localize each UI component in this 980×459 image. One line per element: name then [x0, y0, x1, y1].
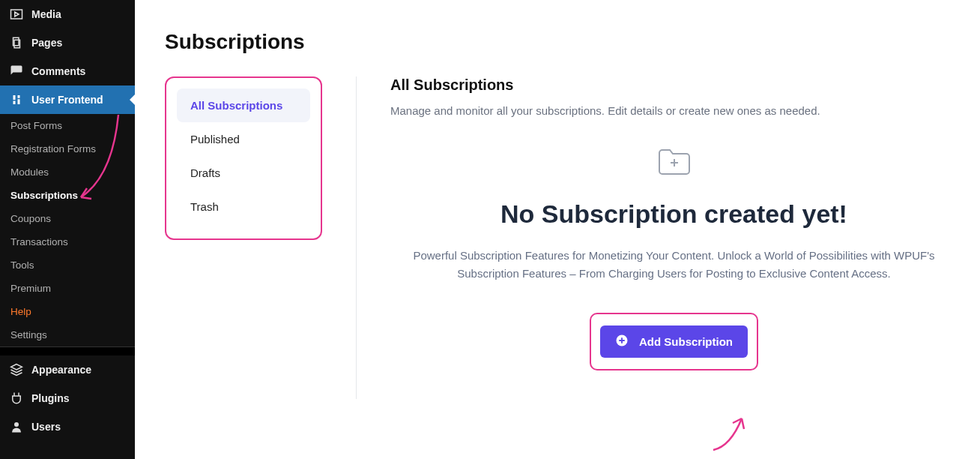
tab-published[interactable]: Published: [177, 122, 310, 156]
sub-transactions[interactable]: Transactions: [0, 230, 135, 254]
svg-point-2: [14, 422, 19, 427]
content-wrap: All Subscriptions Published Drafts Trash…: [165, 76, 980, 399]
sub-coupons[interactable]: Coupons: [0, 207, 135, 230]
tab-trash[interactable]: Trash: [177, 190, 310, 224]
sidebar-divider: [0, 346, 135, 356]
vertical-divider: [356, 76, 357, 399]
sub-post-forms[interactable]: Post Forms: [0, 114, 135, 137]
nav-media-label: Media: [31, 8, 61, 20]
appearance-icon: [9, 363, 24, 376]
nav-pages[interactable]: Pages: [0, 28, 135, 57]
nav-appearance-label: Appearance: [31, 364, 91, 376]
sub-modules[interactable]: Modules: [0, 160, 135, 184]
user-frontend-icon: [9, 93, 24, 106]
empty-title: No Subscription created yet!: [390, 200, 958, 229]
sub-tools[interactable]: Tools: [0, 254, 135, 277]
plus-circle-icon: [615, 334, 629, 350]
subscription-tabs-panel: All Subscriptions Published Drafts Trash: [165, 76, 322, 240]
nav-media[interactable]: Media: [0, 0, 135, 28]
nav-users[interactable]: Users: [0, 412, 135, 441]
sub-premium[interactable]: Premium: [0, 277, 135, 300]
page-title: Subscriptions: [165, 30, 980, 54]
add-subscription-button[interactable]: Add Subscription: [600, 326, 748, 358]
main-content: Subscriptions All Subscriptions Publishe…: [135, 0, 980, 459]
nav-user-frontend-label: User Frontend: [31, 94, 103, 106]
admin-sidebar: Media Pages Comments User Frontend Post …: [0, 0, 135, 459]
nav-appearance[interactable]: Appearance: [0, 356, 135, 384]
plugins-icon: [9, 392, 24, 405]
sub-subscriptions[interactable]: Subscriptions: [0, 184, 135, 207]
sub-help[interactable]: Help: [0, 300, 135, 323]
tab-all-subscriptions[interactable]: All Subscriptions: [177, 88, 310, 122]
nav-pages-label: Pages: [31, 37, 62, 49]
tab-drafts[interactable]: Drafts: [177, 156, 310, 190]
media-icon: [9, 8, 24, 21]
nav-users-label: Users: [31, 421, 61, 433]
detail-description: Manage and monitor all your subscription…: [390, 104, 958, 117]
add-button-wrap: Add Subscription: [390, 313, 958, 370]
sub-settings[interactable]: Settings: [0, 323, 135, 346]
users-icon: [9, 420, 24, 434]
nav-plugins-label: Plugins: [31, 392, 70, 404]
pages-icon: [9, 36, 24, 50]
add-button-label: Add Subscription: [639, 335, 733, 348]
detail-heading: All Subscriptions: [390, 76, 958, 94]
nav-comments-label: Comments: [31, 65, 85, 77]
empty-text: Powerful Subscription Features for Monet…: [412, 247, 937, 283]
detail-panel: All Subscriptions Manage and monitor all…: [390, 76, 980, 399]
add-button-highlight: Add Subscription: [590, 313, 758, 370]
nav-comments[interactable]: Comments: [0, 57, 135, 86]
nav-plugins[interactable]: Plugins: [0, 384, 135, 412]
comments-icon: [9, 64, 24, 78]
sub-registration-forms[interactable]: Registration Forms: [0, 137, 135, 160]
nav-user-frontend[interactable]: User Frontend: [0, 86, 135, 114]
empty-folder-icon: [390, 147, 958, 177]
